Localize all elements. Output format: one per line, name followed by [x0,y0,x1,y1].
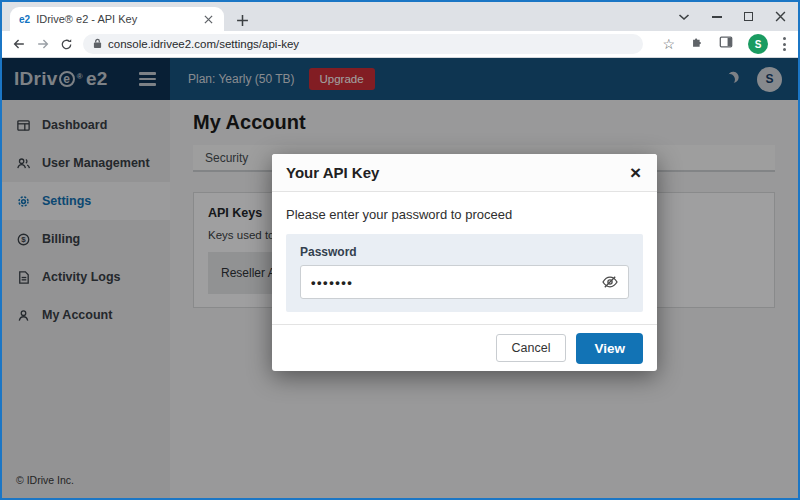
window-minimize-icon[interactable] [712,16,722,18]
lock-icon [93,35,102,53]
password-label: Password [300,245,629,259]
password-prompt-text: Please enter your password to proceed [286,207,643,222]
app-viewport: IDrive®e2 Plan: Yearly (50 TB) Upgrade S… [2,58,798,498]
modal-body: Please enter your password to proceed Pa… [272,192,657,324]
password-input[interactable] [300,265,629,299]
password-panel: Password [286,234,643,312]
toggle-password-visibility-button[interactable] [598,271,622,293]
browser-window: e2 IDrive® e2 - API Key [0,0,800,500]
api-key-modal: Your API Key × Please enter your passwor… [272,154,657,371]
window-maximize-icon[interactable] [744,12,753,21]
url-bar[interactable]: console.idrivee2.com/settings/api-key [83,34,643,54]
view-button[interactable]: View [576,333,643,364]
browser-tabstrip: e2 IDrive® e2 - API Key [2,2,798,31]
bookmark-star-icon[interactable]: ☆ [662,37,675,51]
modal-footer: Cancel View [272,324,657,371]
back-icon[interactable] [12,37,26,51]
reload-icon[interactable] [60,38,73,51]
tab-close-icon[interactable] [201,12,215,26]
extensions-puzzle-icon[interactable] [690,35,704,53]
tab-favicon-icon: e2 [19,14,30,25]
tab-title: IDrive® e2 - API Key [36,13,195,25]
browser-tab[interactable]: e2 IDrive® e2 - API Key [10,7,224,31]
forward-icon[interactable] [36,37,50,51]
modal-close-icon[interactable]: × [628,163,643,182]
browser-toolbar: console.idrivee2.com/settings/api-key ☆ … [2,31,798,58]
eye-off-icon [600,273,620,291]
browser-menu-icon[interactable] [783,37,786,51]
modal-header: Your API Key × [272,154,657,192]
side-panel-icon[interactable] [719,35,733,53]
window-close-icon[interactable] [775,11,786,22]
browser-profile-avatar[interactable]: S [748,34,768,54]
cancel-button[interactable]: Cancel [496,334,567,362]
url-text: console.idrivee2.com/settings/api-key [108,38,299,50]
new-tab-button[interactable] [236,14,249,27]
tab-search-icon[interactable] [678,13,690,21]
modal-title: Your API Key [286,164,379,181]
